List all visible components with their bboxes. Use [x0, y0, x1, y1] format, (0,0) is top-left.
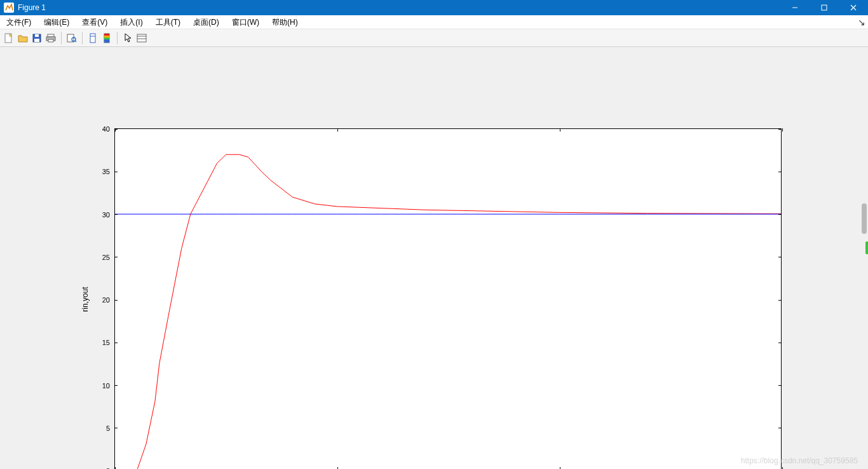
- x-tick-mark: [782, 128, 783, 132]
- menu-file[interactable]: 文件(F): [0, 15, 37, 29]
- svg-rect-23: [137, 34, 146, 42]
- svg-rect-9: [34, 39, 39, 42]
- titlebar: Figure 1: [0, 0, 868, 15]
- y-tick-mark: [778, 300, 782, 301]
- menu-desktop[interactable]: 桌面(D): [187, 15, 226, 29]
- menu-view[interactable]: 查看(V): [76, 15, 114, 29]
- svg-rect-2: [822, 5, 827, 10]
- pointer-button[interactable]: [121, 32, 134, 44]
- save-button[interactable]: [31, 32, 43, 44]
- svg-rect-10: [48, 34, 54, 37]
- y-axis-label: rin,yout: [80, 287, 89, 311]
- y-tick-mark: [778, 214, 782, 215]
- axes[interactable]: time(s) rin,yout 0510152025303540051015: [114, 128, 782, 469]
- y-tick-label: 10: [102, 382, 115, 390]
- window-title: Figure 1: [18, 0, 780, 15]
- toolbar-dropdown-icon[interactable]: ↘: [858, 17, 865, 27]
- svg-rect-20: [104, 36, 109, 37]
- maximize-button[interactable]: [810, 0, 839, 15]
- separator: [117, 32, 118, 44]
- y-tick-mark: [778, 428, 782, 428]
- separator: [82, 32, 83, 44]
- x-tick-mark: [115, 128, 116, 132]
- y-tick-mark: [114, 257, 118, 257]
- y-tick-label: 35: [102, 168, 115, 175]
- y-tick-label: 25: [102, 254, 115, 261]
- menu-help[interactable]: 帮助(H): [266, 15, 304, 29]
- y-tick-mark: [114, 172, 118, 172]
- plot-svg: [115, 129, 781, 469]
- link-button[interactable]: [86, 32, 99, 44]
- menu-insert[interactable]: 插入(I): [114, 15, 149, 29]
- svg-rect-8: [35, 34, 39, 37]
- edge-indicator: [865, 241, 868, 254]
- y-tick-mark: [778, 129, 782, 130]
- y-tick-label: 40: [102, 125, 115, 133]
- y-tick-mark: [114, 343, 118, 343]
- y-tick-label: 30: [102, 211, 115, 219]
- print-button[interactable]: [44, 32, 57, 44]
- svg-rect-12: [48, 39, 53, 42]
- data-cursor-button[interactable]: [135, 32, 148, 44]
- y-tick-mark: [114, 428, 118, 428]
- matlab-app-icon: [4, 3, 14, 13]
- scroll-thumb[interactable]: [862, 203, 867, 234]
- print-preview-button[interactable]: [65, 32, 78, 44]
- y-tick-mark: [114, 214, 118, 215]
- x-tick-mark: [337, 128, 338, 132]
- x-tick-mark: [560, 128, 560, 132]
- open-folder-button[interactable]: [17, 32, 29, 44]
- colorbar-button[interactable]: [100, 32, 113, 44]
- y-tick-label: 15: [102, 339, 115, 346]
- figure-area: time(s) rin,yout 0510152025303540051015 …: [0, 47, 868, 469]
- separator: [61, 32, 62, 44]
- new-file-button[interactable]: [3, 32, 15, 44]
- y-tick-mark: [778, 343, 782, 343]
- svg-rect-16: [90, 34, 95, 43]
- series-yout: [115, 154, 781, 469]
- y-tick-label: 5: [106, 425, 115, 432]
- svg-rect-21: [104, 37, 109, 39]
- close-button[interactable]: [839, 0, 868, 15]
- y-tick-mark: [778, 257, 782, 257]
- svg-rect-19: [104, 34, 109, 36]
- y-tick-label: 20: [102, 296, 115, 304]
- menu-window[interactable]: 窗口(W): [226, 15, 266, 29]
- svg-rect-22: [104, 39, 109, 43]
- toolbar: [0, 29, 868, 47]
- y-tick-mark: [778, 385, 782, 386]
- minimize-button[interactable]: [780, 0, 810, 15]
- svg-line-15: [75, 41, 76, 42]
- y-tick-mark: [114, 385, 118, 386]
- y-tick-mark: [778, 172, 782, 172]
- window-controls: [780, 0, 868, 15]
- menubar: 文件(F) 编辑(E) 查看(V) 插入(I) 工具(T) 桌面(D) 窗口(W…: [0, 15, 868, 29]
- menu-tools[interactable]: 工具(T): [149, 15, 187, 29]
- y-tick-mark: [114, 300, 118, 301]
- menu-edit[interactable]: 编辑(E): [37, 15, 76, 29]
